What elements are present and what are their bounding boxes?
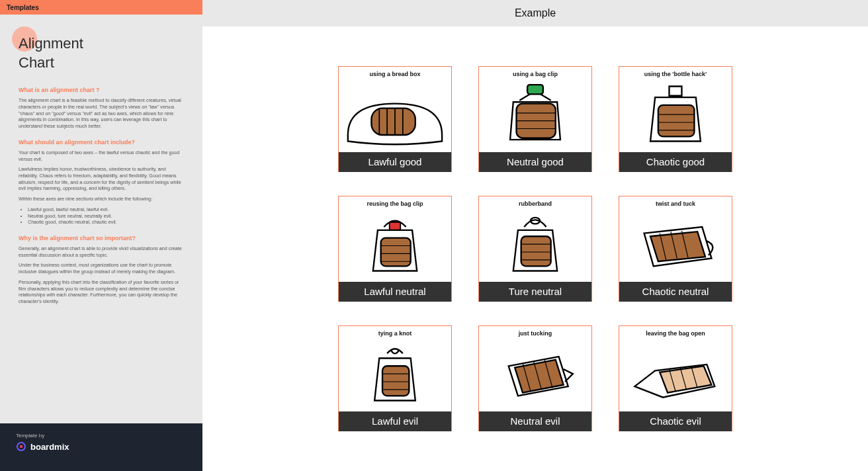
cell-label: Neutral evil <box>479 411 591 431</box>
cell-label: Lawful evil <box>339 411 451 431</box>
body-paragraph: The alignment chart is a feasible method… <box>19 97 184 130</box>
cell-lawful-good: using a bread box Lawful good <box>338 66 452 172</box>
cell-caption: using a bread box <box>339 67 451 79</box>
cell-lawful-evil: tying a knot Lawful evil <box>338 325 452 431</box>
rubberband-icon <box>479 208 591 282</box>
sidebar-header: Templates <box>0 0 202 15</box>
cell-label: Lawful neutral <box>339 282 451 302</box>
title-line-2: Chart <box>19 54 54 71</box>
svg-point-1 <box>20 445 22 448</box>
body-paragraph: Within these axes are nine sections whic… <box>19 196 184 202</box>
main-header-title: Example <box>515 7 556 19</box>
list-item: Neutral good, ture neutral, neutrally ev… <box>28 213 184 220</box>
svg-rect-16 <box>390 222 401 230</box>
svg-rect-22 <box>521 236 551 266</box>
cell-label: Neutral good <box>479 152 591 172</box>
cell-caption: rubberband <box>479 196 591 208</box>
boardmix-logo-icon <box>16 441 26 452</box>
body-paragraph: Under the business context, most organiz… <box>19 262 184 275</box>
cell-chaotic-good: using the 'bottle hack' Chaotic good <box>619 66 732 172</box>
svg-rect-29 <box>382 366 409 396</box>
body-paragraph: Generally, an alignment chart is able to… <box>19 245 184 258</box>
list-item: Lawful good, lawful neutral, lawful evil… <box>28 206 184 213</box>
bag-open-icon <box>619 338 732 411</box>
cell-lawful-neutral: reusing the bag clip Lawful neutral <box>338 196 452 302</box>
cell-neutral-good: using a bag clip Neutral good <box>478 66 592 172</box>
sidebar-content: Alignment Chart What is an alignment cha… <box>0 15 202 423</box>
sidebar-header-label: Templates <box>7 4 39 11</box>
cell-label: Ture neutral <box>479 282 591 302</box>
cell-caption: using a bag clip <box>479 67 591 79</box>
cell-label: Lawful good <box>339 152 451 172</box>
cell-caption: using the 'bottle hack' <box>619 67 732 79</box>
cell-chaotic-neutral: twist and tuck Chaotic neutral <box>619 196 732 302</box>
just-tucking-icon <box>479 338 591 411</box>
cell-label: Chaotic evil <box>619 411 732 431</box>
section-heading: Why is the alignment chart so important? <box>19 235 184 241</box>
sidebar-footer: Template by boardmix <box>0 423 202 471</box>
bottle-hack-icon <box>619 79 732 152</box>
title-line-1: Alignment <box>19 35 83 52</box>
cell-caption: leaving the bag open <box>619 326 732 338</box>
footer-label: Template by <box>16 433 187 439</box>
bread-box-icon <box>339 79 451 152</box>
footer-brand: boardmix <box>16 441 187 452</box>
list-item: Chaotic good, chaotic neutral, chaotic e… <box>28 219 184 226</box>
page-title: Alignment Chart <box>19 34 184 72</box>
body-paragraph: Your chart is composed of two axes – the… <box>19 150 184 162</box>
twist-tuck-icon <box>619 208 732 282</box>
cell-caption: just tucking <box>479 326 591 338</box>
body-paragraph: Personally, applying this chart into the… <box>19 279 184 305</box>
svg-rect-17 <box>381 238 411 267</box>
main-header: Example <box>202 0 868 26</box>
body-list: Lawful good, lawful neutral, lawful evil… <box>28 206 184 226</box>
cell-label: Chaotic neutral <box>619 282 732 302</box>
cell-true-neutral: rubberband Ture neutral <box>478 196 592 302</box>
main: Example using a bread box Lawful good <box>202 0 868 471</box>
alignment-grid: using a bread box Lawful good using a ba… <box>338 66 732 431</box>
cell-chaotic-evil: leaving the bag open Chaotic evil <box>619 325 732 431</box>
cell-neutral-evil: just tucking Neutral evil <box>478 325 592 431</box>
tying-knot-icon <box>339 338 451 411</box>
section-heading: What should an alignment chart include? <box>19 139 184 146</box>
reuse-clip-icon <box>339 208 451 282</box>
alignment-grid-wrap: using a bread box Lawful good using a ba… <box>202 26 868 471</box>
svg-rect-7 <box>527 85 543 94</box>
cell-label: Chaotic good <box>619 152 732 172</box>
section-heading: What is an alignment chart ? <box>19 87 184 93</box>
footer-brand-text: boardmix <box>30 442 69 452</box>
cell-caption: reusing the bag clip <box>339 196 451 208</box>
cell-caption: twist and tuck <box>619 196 732 208</box>
sidebar: Templates Alignment Chart What is an ali… <box>0 0 202 471</box>
cell-caption: tying a knot <box>339 326 451 338</box>
body-paragraph: Lawfulness implies honor, trustworthines… <box>19 166 184 192</box>
bag-clip-icon <box>479 79 591 152</box>
svg-rect-2 <box>371 108 415 135</box>
svg-rect-12 <box>658 105 695 136</box>
